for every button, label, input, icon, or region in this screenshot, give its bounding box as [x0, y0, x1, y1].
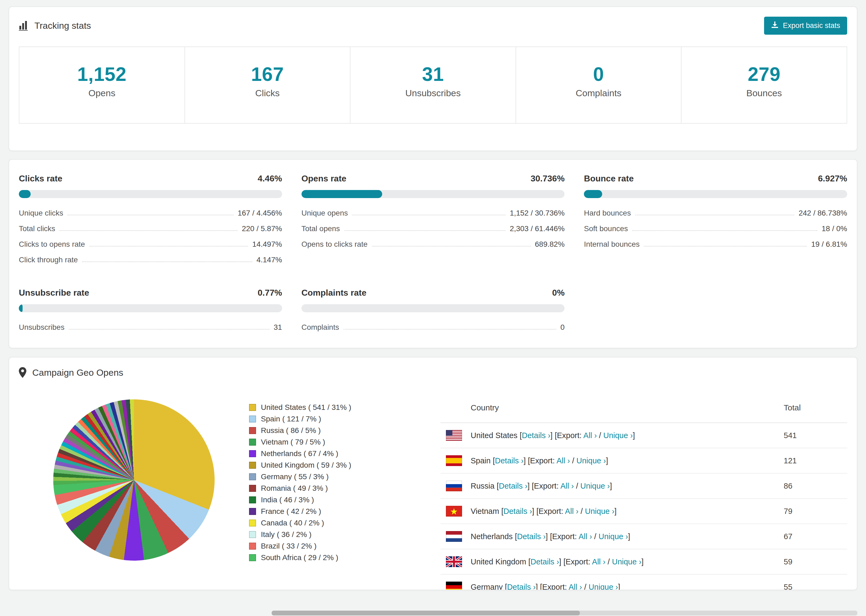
- export-icon: [771, 21, 779, 30]
- export-all-link[interactable]: All ›: [565, 507, 578, 515]
- export-basic-stats-button[interactable]: Export basic stats: [764, 17, 847, 35]
- export-unique-link[interactable]: Unique ›: [612, 558, 641, 566]
- country-flag-icon: [446, 481, 462, 491]
- rate-panel: Complaints rate 0% Complaints 0: [301, 288, 565, 332]
- country-name: United States: [471, 431, 518, 440]
- details-link[interactable]: Details ›: [517, 532, 546, 541]
- metric-label: Unique opens: [301, 209, 348, 217]
- legend-item: United Kingdom ( 59 / 3% ): [249, 459, 410, 471]
- stat-value: 31: [350, 63, 516, 85]
- country-total: 55: [784, 583, 847, 591]
- metric-label: Unsubscribes: [19, 323, 65, 332]
- stat-label: Unsubscribes: [350, 88, 516, 98]
- table-row: United Kingdom [Details ›] [Export: All …: [441, 549, 847, 575]
- legend-swatch: [249, 450, 256, 457]
- rate-value: 0.77%: [258, 288, 282, 298]
- legend-label: Canada ( 40 / 2% ): [261, 519, 324, 527]
- export-all-link[interactable]: All ›: [592, 558, 605, 566]
- rate-header: Complaints rate 0%: [301, 288, 565, 298]
- legend-item: Canada ( 40 / 2% ): [249, 517, 410, 529]
- country-cell: Russia [Details ›] [Export: All › / Uniq…: [471, 482, 784, 490]
- legend-swatch: [249, 473, 256, 480]
- details-link[interactable]: Details ›: [507, 583, 535, 591]
- export-unique-link[interactable]: Unique ›: [580, 482, 610, 490]
- country-cell: Netherlands [Details ›] [Export: All › /…: [471, 532, 784, 541]
- metric-row: Clicks to opens rate 14.497%: [19, 240, 282, 248]
- legend-swatch: [249, 554, 256, 561]
- country-name: Netherlands: [471, 532, 513, 541]
- metric-label: Soft bounces: [584, 225, 628, 233]
- legend-label: United Kingdom ( 59 / 3% ): [261, 461, 351, 470]
- dotted-leader: [82, 261, 252, 262]
- export-all-link[interactable]: All ›: [556, 456, 570, 465]
- country-flag-icon: [446, 506, 462, 517]
- bar-chart-icon: [19, 21, 28, 31]
- pie-legend: United States ( 541 / 31% ) Spain ( 121 …: [249, 402, 410, 563]
- table-row: Spain [Details ›] [Export: All › / Uniqu…: [441, 448, 847, 473]
- rate-metric-list: Unsubscribes 31: [19, 323, 282, 332]
- metric-label: Clicks to opens rate: [19, 240, 85, 248]
- metric-label: Internal bounces: [584, 240, 639, 248]
- rate-progress-fill: [584, 190, 602, 198]
- export-all-link[interactable]: All ›: [568, 583, 582, 591]
- rate-title: Complaints rate: [301, 288, 367, 298]
- legend-label: Spain ( 121 / 7% ): [261, 415, 321, 423]
- export-unique-link[interactable]: Unique ›: [585, 507, 614, 515]
- export-all-link[interactable]: All ›: [578, 532, 592, 541]
- stat-value: 167: [185, 63, 350, 85]
- rate-panel: Opens rate 30.736% Unique opens 1,152 / …: [301, 174, 565, 264]
- country-total: 59: [784, 558, 847, 566]
- rate-metric-list: Unique clicks 167 / 4.456% Total clicks …: [19, 209, 282, 264]
- legend-item: India ( 46 / 3% ): [249, 494, 410, 506]
- rate-title: Opens rate: [301, 174, 346, 184]
- rate-progress-fill: [19, 304, 23, 312]
- export-unique-link[interactable]: Unique ›: [603, 431, 633, 440]
- export-all-link[interactable]: All ›: [583, 431, 597, 440]
- export-unique-link[interactable]: Unique ›: [576, 456, 606, 465]
- rate-panel: Unsubscribe rate 0.77% Unsubscribes 31: [19, 288, 282, 332]
- metric-value: 1,152 / 30.736%: [510, 209, 565, 217]
- legend-label: France ( 42 / 2% ): [261, 507, 321, 516]
- metric-value: 18 / 0%: [822, 225, 847, 233]
- rate-progress-bar: [19, 190, 282, 198]
- rate-panel: Clicks rate 4.46% Unique clicks 167 / 4.…: [19, 174, 282, 264]
- metric-label: Hard bounces: [584, 209, 631, 217]
- details-link[interactable]: Details ›: [499, 482, 527, 490]
- metric-row: Click through rate 4.147%: [19, 256, 282, 264]
- table-row: Netherlands [Details ›] [Export: All › /…: [441, 524, 847, 549]
- dashboard-page: Tracking stats Export basic stats 1,152 …: [0, 0, 866, 616]
- legend-item: Vietnam ( 79 / 5% ): [249, 436, 410, 448]
- legend-swatch: [249, 427, 256, 434]
- horizontal-scrollbar-thumb[interactable]: [272, 611, 580, 616]
- metric-row: Internal bounces 19 / 6.81%: [584, 240, 847, 248]
- stat-label: Bounces: [682, 88, 847, 98]
- rate-value: 4.46%: [258, 174, 282, 184]
- country-name: Vietnam: [471, 507, 499, 515]
- legend-item: United States ( 541 / 31% ): [249, 402, 410, 413]
- metric-row: Unique opens 1,152 / 30.736%: [301, 209, 565, 217]
- details-link[interactable]: Details ›: [495, 456, 523, 465]
- details-link[interactable]: Details ›: [531, 558, 559, 566]
- export-all-link[interactable]: All ›: [561, 482, 574, 490]
- legend-item: Germany ( 55 / 3% ): [249, 471, 410, 482]
- export-unique-link[interactable]: Unique ›: [598, 532, 628, 541]
- legend-label: Netherlands ( 67 / 4% ): [261, 449, 339, 458]
- country-flag-icon: [446, 556, 462, 567]
- legend-swatch: [249, 531, 256, 538]
- horizontal-scrollbar-track[interactable]: [272, 611, 857, 616]
- metric-value: 14.497%: [252, 240, 282, 248]
- rate-progress-fill: [19, 190, 31, 198]
- metric-value: 242 / 86.738%: [798, 209, 847, 217]
- stat-box: 167 Clicks: [184, 47, 350, 123]
- details-link[interactable]: Details ›: [504, 507, 532, 515]
- rate-value: 30.736%: [531, 174, 565, 184]
- metric-label: Opens to clicks rate: [301, 240, 368, 248]
- metric-value: 0: [561, 323, 565, 332]
- stat-box: 1,152 Opens: [19, 47, 184, 123]
- metric-label: Complaints: [301, 323, 339, 332]
- dotted-leader: [635, 215, 794, 215]
- export-unique-link[interactable]: Unique ›: [589, 583, 618, 591]
- details-link[interactable]: Details ›: [522, 431, 550, 440]
- legend-label: Germany ( 55 / 3% ): [261, 473, 329, 481]
- legend-item: Italy ( 36 / 2% ): [249, 529, 410, 540]
